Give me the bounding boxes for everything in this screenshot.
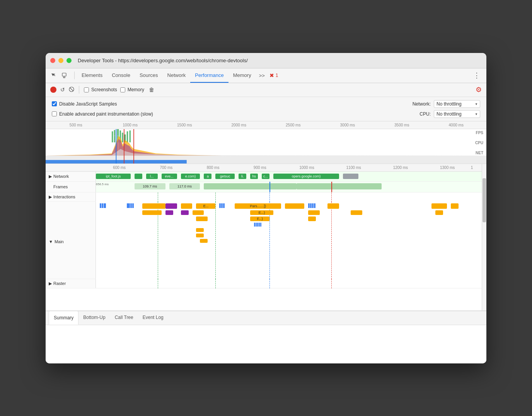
- net-chip-10: opers.google.com): [273, 174, 339, 179]
- disable-js-label[interactable]: Disable JavaScript Samples: [52, 101, 117, 107]
- reload-button[interactable]: ↺: [60, 86, 66, 94]
- main-blue-right: [308, 203, 315, 208]
- time-label-5: 3000 ms: [321, 123, 375, 127]
- tab-menu-icon[interactable]: ⋮: [470, 71, 483, 80]
- settings-gear-icon[interactable]: ⚙: [476, 85, 482, 94]
- tab-performance[interactable]: Performance: [190, 68, 228, 83]
- main-yellow-far-1: [431, 203, 447, 209]
- settings-row-2: Enable advanced paint instrumentation (s…: [52, 110, 480, 118]
- time-label-1: 1000 ms: [103, 123, 158, 127]
- svg-rect-11: [127, 131, 128, 142]
- network-expand-icon: ▶: [49, 174, 52, 179]
- raster-vline-red: [331, 279, 332, 288]
- interactions-label[interactable]: ▶ Interactions: [46, 193, 96, 201]
- disable-js-checkbox[interactable]: [52, 101, 57, 106]
- main-r2-far: [435, 210, 443, 215]
- screenshots-checkbox[interactable]: [84, 87, 89, 92]
- inspect-icon[interactable]: [49, 71, 58, 80]
- tab-more[interactable]: >>: [256, 73, 268, 78]
- interactions-label-text: Interactions: [53, 194, 75, 199]
- vertical-scrollbar[interactable]: [482, 164, 486, 310]
- tab-sources[interactable]: Sources: [135, 68, 163, 83]
- tl-label-4: 1000 ms: [283, 165, 330, 170]
- timeline-tracks: 600 ms 700 ms 800 ms 900 ms 1000 ms 1100…: [46, 164, 482, 310]
- frame-timing: 656.5 ms: [96, 182, 109, 186]
- tab-summary[interactable]: Summary: [49, 311, 78, 325]
- raster-vline-green-2: [215, 279, 216, 288]
- tab-memory[interactable]: Memory: [228, 68, 256, 83]
- scroll-thumb[interactable]: [483, 178, 486, 222]
- advanced-paint-label[interactable]: Enable advanced paint instrumentation (s…: [52, 111, 153, 117]
- frames-label[interactable]: Frames: [46, 182, 96, 192]
- timeline-row-raster: ▶ Raster: [46, 279, 482, 288]
- device-toolbar-icon[interactable]: [60, 71, 69, 80]
- tl-label-7: 1300 ms: [424, 165, 471, 170]
- tab-call-tree[interactable]: Call Tree: [110, 311, 138, 325]
- main-vline-green-2: [215, 202, 216, 279]
- time-label-7: 4000 ms: [429, 123, 484, 127]
- record-button[interactable]: [50, 87, 56, 93]
- tab-elements[interactable]: Elements: [77, 68, 107, 83]
- network-throttle-row: Network: No throttling: [413, 100, 480, 108]
- raster-content[interactable]: [96, 279, 482, 288]
- network-throttle-select[interactable]: No throttling: [434, 100, 480, 108]
- main-e-chip: E...: [196, 203, 215, 209]
- frames-content[interactable]: 656.5 ms 109.7 ms 117.0 ms: [96, 182, 482, 192]
- advanced-paint-checkbox[interactable]: [52, 111, 57, 116]
- raster-vline-green-1: [158, 279, 158, 288]
- maximize-button[interactable]: [66, 58, 72, 63]
- tab-event-log[interactable]: Event Log: [138, 311, 168, 325]
- stop-button[interactable]: [69, 87, 74, 93]
- net-chip-4: e.com): [181, 174, 200, 179]
- tab-bottom-up[interactable]: Bottom-Up: [78, 311, 110, 325]
- clear-button[interactable]: 🗑: [149, 87, 154, 93]
- net-chip-11: [343, 174, 358, 179]
- screenshots-checkbox-label[interactable]: Screenshots: [84, 87, 117, 92]
- network-content[interactable]: ipt_foot.js l... eve... e.com) a getsuc …: [96, 172, 482, 181]
- raster-label[interactable]: ▶ Raster: [46, 279, 96, 288]
- main-yellow-bar-3: [285, 203, 304, 209]
- vline-green-1: [158, 193, 158, 202]
- time-label-6: 3500 ms: [375, 123, 429, 127]
- tab-bar: Elements Console Sources Network Perform…: [46, 68, 486, 83]
- tab-console[interactable]: Console: [107, 68, 135, 83]
- overview-area[interactable]: 500 ms 1000 ms 1500 ms 2000 ms 2500 ms 3…: [46, 121, 486, 164]
- cpu-label: CPU: [475, 141, 483, 145]
- time-label-4: 2500 ms: [266, 123, 321, 127]
- cpu-throttle-select[interactable]: No throttling: [434, 110, 480, 118]
- fps-label: FPS: [476, 131, 483, 135]
- tl-label-5: 1100 ms: [330, 165, 377, 170]
- network-label[interactable]: ▶ Network: [46, 172, 96, 181]
- tab-divider: [74, 72, 75, 79]
- main-r5-y1: [196, 228, 204, 232]
- memory-checkbox[interactable]: [120, 87, 125, 92]
- record-bar: ↺ Screenshots Memory 🗑 ⚙: [46, 83, 486, 97]
- settings-row-1: Disable JavaScript Samples Network: No t…: [52, 100, 480, 108]
- net-label: NET: [476, 151, 483, 155]
- main-r2-p1: [165, 210, 173, 215]
- traffic-lights: [50, 58, 72, 63]
- frame-chip-2: [204, 183, 297, 189]
- main-pars-chip: Pars.......]): [235, 203, 281, 209]
- close-button[interactable]: [50, 58, 55, 63]
- minimize-button[interactable]: [58, 58, 63, 63]
- main-content[interactable]: E... Pars.......]): [96, 202, 482, 279]
- memory-checkbox-label[interactable]: Memory: [120, 87, 144, 92]
- tab-network[interactable]: Network: [163, 68, 191, 83]
- frame-chip-1: 117.0 ms: [169, 183, 200, 189]
- settings-bar: Disable JavaScript Samples Network: No t…: [46, 97, 486, 121]
- overview-chart[interactable]: FPS CPU NET: [46, 129, 486, 164]
- main-r4-blue: [254, 223, 261, 227]
- main-r5-y3: [200, 239, 208, 243]
- record-divider: [79, 86, 79, 94]
- raster-label-text: Raster: [53, 281, 66, 286]
- main-r2-e-chip: E...): [250, 210, 273, 215]
- main-label[interactable]: ▼ Main: [46, 202, 96, 279]
- timeline-row-interactions: ▶ Interactions: [46, 193, 482, 202]
- net-chip-0: ipt_foot.js: [96, 174, 131, 179]
- tl-label-1: 700 ms: [143, 165, 189, 170]
- interactions-content[interactable]: [96, 193, 482, 202]
- time-label-2: 1500 ms: [157, 123, 212, 127]
- time-ruler: 500 ms 1000 ms 1500 ms 2000 ms 2500 ms 3…: [46, 121, 486, 129]
- main-blue-chips-row1: [100, 203, 106, 208]
